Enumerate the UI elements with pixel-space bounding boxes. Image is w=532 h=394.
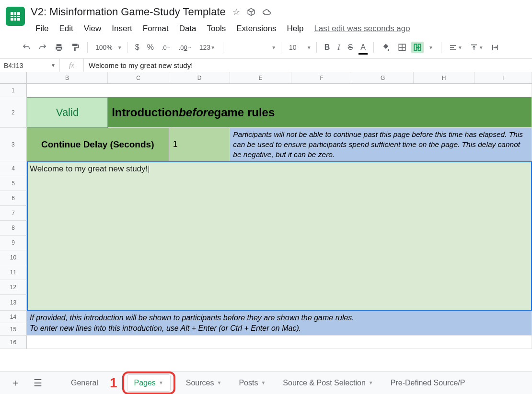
row-header[interactable]: 11: [0, 265, 27, 280]
continue-delay-label[interactable]: Continue Delay (Seconds): [27, 128, 169, 161]
add-sheet-icon[interactable]: ＋: [6, 373, 25, 392]
sheet-tab-bar: ＋ ☰ General 1 Pages▼ Sources▼ Posts▼ Sou…: [0, 371, 532, 394]
continue-delay-help[interactable]: Participants will not be able to continu…: [230, 128, 532, 161]
star-icon[interactable]: ☆: [232, 7, 240, 17]
col-header-g[interactable]: G: [352, 72, 414, 83]
last-edit-link[interactable]: Last edit was seconds ago: [314, 24, 410, 34]
decrease-decimal[interactable]: .0←: [159, 42, 174, 53]
redo-icon[interactable]: [35, 41, 50, 54]
horizontal-align-button[interactable]: ▼: [446, 42, 465, 53]
row-header[interactable]: 13: [0, 295, 27, 311]
row-header[interactable]: 4: [0, 161, 27, 176]
paint-format-icon[interactable]: [68, 41, 82, 54]
col-header-i[interactable]: I: [474, 72, 532, 83]
menu-tools[interactable]: Tools: [202, 22, 231, 35]
annotation-number: 1: [110, 375, 117, 391]
fill-color-button[interactable]: [379, 41, 393, 54]
menu-file[interactable]: File: [31, 22, 53, 35]
tab-posts[interactable]: Posts▼: [232, 375, 272, 391]
all-sheets-icon[interactable]: ☰: [29, 374, 47, 392]
fx-label: fx: [60, 59, 84, 72]
menu-format[interactable]: Format: [138, 22, 173, 35]
tab-selection[interactable]: Source & Post Selection▼: [276, 375, 380, 391]
menu-bar: File Edit View Insert Format Data Tools …: [31, 20, 526, 38]
annotation-highlight: Pages▼: [122, 371, 175, 394]
font-size-dropdown[interactable]: 10 ▼: [286, 42, 312, 53]
column-headers: B C D E F G H I: [0, 72, 532, 84]
menu-help[interactable]: Help: [282, 22, 308, 35]
text-wrap-button[interactable]: [488, 42, 502, 53]
menu-extensions[interactable]: Extensions: [231, 22, 281, 35]
menu-data[interactable]: Data: [174, 22, 201, 35]
row-header[interactable]: 10: [0, 250, 27, 265]
menu-edit[interactable]: Edit: [54, 22, 78, 35]
font-dropdown[interactable]: ▼: [228, 45, 276, 50]
footer-line2: To enter new lines into this introductio…: [30, 323, 529, 334]
tab-predefined[interactable]: Pre-Defined Source/P: [384, 375, 472, 391]
name-box[interactable]: B4:I13▼: [0, 59, 60, 72]
vertical-align-button[interactable]: ▼: [467, 42, 486, 53]
merge-dropdown[interactable]: ▼: [426, 43, 436, 52]
valid-status-cell[interactable]: Valid: [27, 97, 108, 128]
tab-general[interactable]: General: [64, 375, 105, 391]
row-header[interactable]: 14: [0, 311, 27, 323]
row-header[interactable]: 5: [0, 176, 27, 191]
currency-format[interactable]: $: [132, 41, 142, 54]
row-header[interactable]: 15: [0, 323, 27, 336]
tab-dropdown-icon[interactable]: ▼: [159, 380, 163, 385]
intro-content-cell[interactable]: Welcome to my great new study!: [27, 161, 532, 311]
col-header-b[interactable]: B: [27, 72, 108, 83]
borders-button[interactable]: [395, 41, 409, 54]
sheets-logo[interactable]: [6, 7, 25, 26]
intro-suffix: game rules: [214, 106, 275, 119]
row-header[interactable]: 3: [0, 128, 27, 161]
menu-view[interactable]: View: [79, 22, 106, 35]
col-header-d[interactable]: D: [169, 72, 231, 83]
undo-icon[interactable]: [19, 41, 34, 54]
row-header[interactable]: 16: [0, 336, 27, 349]
row-header[interactable]: 1: [0, 84, 27, 97]
col-header-e[interactable]: E: [230, 72, 291, 83]
formula-bar[interactable]: Welcome to my great new study!: [84, 61, 532, 69]
move-icon[interactable]: [247, 8, 255, 16]
print-icon[interactable]: [52, 41, 66, 54]
col-header-h[interactable]: H: [414, 72, 475, 83]
strikethrough-button[interactable]: S: [345, 41, 356, 54]
row-header[interactable]: 12: [0, 280, 27, 295]
row-header[interactable]: 6: [0, 191, 27, 206]
row-header[interactable]: 8: [0, 221, 27, 236]
intro-before-word: before: [179, 106, 214, 119]
increase-decimal[interactable]: .00→: [176, 42, 195, 53]
row-header[interactable]: 7: [0, 206, 27, 221]
tab-sources[interactable]: Sources▼: [179, 375, 229, 391]
col-header-f[interactable]: F: [291, 72, 353, 83]
number-format-dropdown[interactable]: 123 ▼: [197, 42, 218, 53]
select-all-corner[interactable]: [0, 72, 27, 83]
percent-format[interactable]: %: [144, 41, 157, 54]
intro-content-text: Welcome to my great new study!: [30, 164, 149, 173]
intro-footer-help[interactable]: If provided, this introduction will be s…: [27, 311, 532, 336]
row-header[interactable]: 9: [0, 236, 27, 250]
document-title[interactable]: V2: Misinformation Game-Study Template: [31, 6, 226, 18]
merge-cells-button[interactable]: [411, 42, 424, 53]
intro-prefix: Introduction: [112, 106, 179, 119]
text-color-button[interactable]: A: [358, 41, 369, 54]
cloud-status-icon[interactable]: [262, 8, 272, 16]
continue-delay-value[interactable]: 1: [169, 128, 231, 161]
italic-button[interactable]: I: [335, 41, 343, 54]
col-header-c[interactable]: C: [108, 72, 169, 83]
menu-insert[interactable]: Insert: [107, 22, 137, 35]
row-header[interactable]: 2: [0, 97, 27, 128]
zoom-dropdown[interactable]: 100%▼: [93, 42, 122, 53]
footer-line1: If provided, this introduction will be s…: [30, 313, 529, 323]
intro-header-cell[interactable]: Introduction before game rules: [108, 97, 532, 128]
bold-button[interactable]: B: [322, 41, 333, 54]
tab-pages[interactable]: Pages▼: [127, 374, 171, 392]
toolbar: 100%▼ $ % .0← .00→ 123 ▼ ▼ 10 ▼ B I S A …: [0, 38, 532, 59]
